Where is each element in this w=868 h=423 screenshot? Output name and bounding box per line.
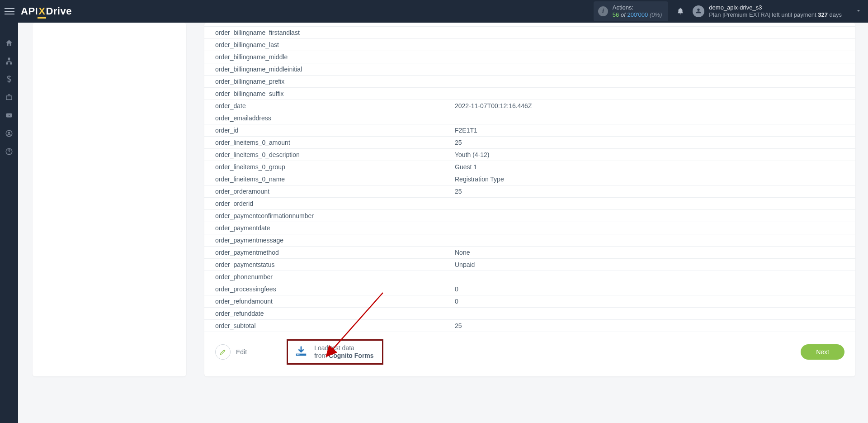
- data-key: order_billingname_middle: [215, 53, 455, 61]
- data-row: order_date2022-11-07T00:12:16.446Z: [204, 100, 855, 112]
- data-value: [455, 310, 844, 317]
- data-value: Guest 1: [455, 163, 844, 171]
- data-row: order_phonenumber: [204, 271, 855, 283]
- user-menu[interactable]: demo_apix-drive_s3 Plan |Premium EXTRA| …: [693, 4, 842, 18]
- sitemap-icon: [5, 57, 13, 67]
- load-line1: Load test data: [314, 344, 373, 352]
- data-row: order_paymentstatusUnpaid: [204, 259, 855, 271]
- data-value: [455, 237, 844, 244]
- data-key: order_paymentdate: [215, 224, 455, 232]
- data-value: [455, 53, 844, 61]
- data-row: order_paymentmethodNone: [204, 247, 855, 259]
- nav-billing[interactable]: [0, 71, 18, 89]
- side-nav: [0, 23, 18, 423]
- data-key: order_billingname_suffix: [215, 90, 455, 97]
- data-key: order_subtotal: [215, 322, 455, 329]
- info-icon: i: [598, 6, 608, 16]
- data-row: order_processingfees0: [204, 283, 855, 295]
- briefcase-icon: [5, 93, 13, 103]
- data-panel: order_billingname_firstandlastorder_bill…: [204, 23, 855, 376]
- logo-part-drive: Drive: [46, 5, 72, 17]
- data-key: order_lineitems_0_amount: [215, 139, 455, 146]
- actions-label: Actions:: [613, 4, 662, 11]
- data-row: order_lineitems_0_descriptionYouth (4-12…: [204, 149, 855, 161]
- data-value: 0: [455, 298, 844, 305]
- data-row: order_billingname_last: [204, 39, 855, 51]
- next-button[interactable]: Next: [801, 344, 844, 360]
- top-header: APIXDrive i Actions: 56 of 200'000 (0%) …: [0, 0, 868, 23]
- avatar: [693, 5, 704, 17]
- data-row: order_orderid: [204, 198, 855, 210]
- user-menu-caret[interactable]: [855, 8, 862, 15]
- data-key: order_billingname_firstandlast: [215, 29, 455, 36]
- data-key: order_phonenumber: [215, 273, 455, 280]
- data-key: order_orderid: [215, 200, 455, 207]
- youtube-icon: [5, 111, 13, 121]
- data-row: order_subtotal25: [204, 320, 855, 332]
- data-value: None: [455, 249, 844, 256]
- svg-rect-0: [9, 58, 10, 59]
- data-row: order_billingname_suffix: [204, 88, 855, 100]
- actions-of: of: [621, 11, 626, 18]
- data-value: [455, 200, 844, 207]
- load-text: Load test data from Cognito Forms: [314, 344, 373, 360]
- actions-counter[interactable]: i Actions: 56 of 200'000 (0%): [594, 1, 669, 21]
- notifications-button[interactable]: [676, 7, 684, 16]
- data-value: [455, 78, 844, 85]
- data-row: order_paymentconfirmationnumber: [204, 210, 855, 222]
- data-value: [455, 212, 844, 219]
- actions-text: Actions: 56 of 200'000 (0%): [613, 4, 662, 18]
- data-value: Unpaid: [455, 261, 844, 268]
- nav-account[interactable]: [0, 125, 18, 143]
- dollar-icon: [5, 75, 13, 85]
- data-value: 0: [455, 285, 844, 293]
- data-row: order_billingname_firstandlast: [204, 26, 855, 39]
- pencil-icon: [215, 344, 231, 360]
- data-value: [455, 273, 844, 280]
- user-name: demo_apix-drive_s3: [709, 4, 842, 11]
- user-plan: Plan |Premium EXTRA| left until payment …: [709, 11, 842, 19]
- actions-count: 56: [613, 11, 619, 18]
- data-value: [455, 29, 844, 36]
- data-key: order_orderamount: [215, 188, 455, 195]
- nav-projects[interactable]: [0, 89, 18, 107]
- data-key: order_lineitems_0_group: [215, 163, 455, 171]
- data-key: order_paymentmessage: [215, 237, 455, 244]
- nav-home[interactable]: [0, 34, 18, 52]
- data-key: order_lineitems_0_description: [215, 151, 455, 158]
- nav-connections[interactable]: [0, 52, 18, 71]
- chevron-down-icon: [855, 8, 862, 15]
- nav-videos[interactable]: [0, 107, 18, 125]
- download-icon: [294, 346, 308, 358]
- data-key: order_refunddate: [215, 310, 455, 317]
- data-key: order_lineitems_0_name: [215, 176, 455, 183]
- menu-toggle[interactable]: [5, 6, 14, 16]
- home-icon: [5, 39, 13, 48]
- actions-pct: (0%): [650, 11, 662, 18]
- edit-button[interactable]: Edit: [215, 344, 247, 360]
- data-value: [455, 224, 844, 232]
- data-key: order_paymentstatus: [215, 261, 455, 268]
- main-area: order_billingname_firstandlastorder_bill…: [18, 23, 868, 423]
- load-test-data-button[interactable]: Load test data from Cognito Forms: [287, 339, 383, 365]
- data-key: order_emailaddress: [215, 114, 455, 122]
- nav-help[interactable]: [0, 143, 18, 161]
- data-row: order_lineitems_0_nameRegistration Type: [204, 173, 855, 185]
- data-value: 25: [455, 139, 844, 146]
- data-value: Registration Type: [455, 176, 844, 183]
- svg-rect-2: [10, 62, 12, 64]
- brand-logo[interactable]: APIXDrive: [21, 5, 72, 17]
- data-value: [455, 114, 844, 122]
- svg-point-7: [9, 153, 9, 154]
- data-key: order_paymentmethod: [215, 249, 455, 256]
- data-row: order_orderamount25: [204, 185, 855, 198]
- question-icon: [5, 147, 13, 157]
- logo-part-x: X: [38, 5, 46, 17]
- user-text: demo_apix-drive_s3 Plan |Premium EXTRA| …: [709, 4, 842, 18]
- svg-rect-10: [299, 354, 300, 355]
- data-value: Youth (4-12): [455, 151, 844, 158]
- data-key: order_billingname_last: [215, 41, 455, 48]
- actions-total: 200'000: [627, 11, 648, 18]
- edit-label: Edit: [236, 348, 247, 356]
- data-row: order_refundamount0: [204, 295, 855, 308]
